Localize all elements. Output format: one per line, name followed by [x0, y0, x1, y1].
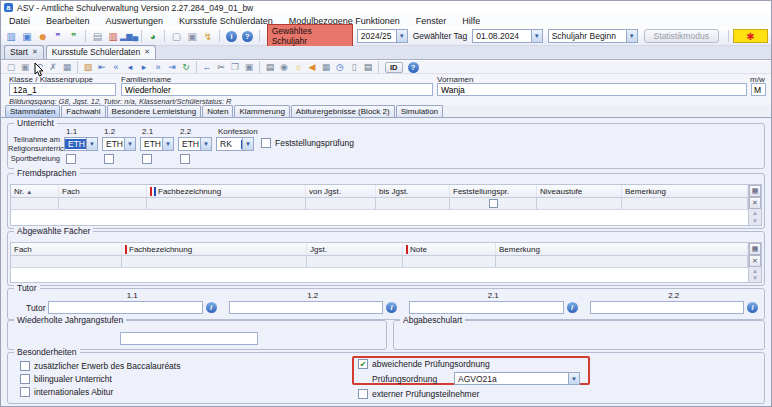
notes-icon[interactable]: ▯ [347, 61, 361, 73]
internationales-abitur-option[interactable]: internationales Abitur [20, 387, 113, 399]
clear-filter-icon[interactable]: ✕ [749, 197, 761, 209]
help-icon[interactable]: ? [408, 62, 419, 73]
externer-pruefungsteilnehmer-checkbox[interactable] [358, 389, 368, 399]
print-list-icon[interactable]: ▤ [361, 61, 375, 73]
filter-cell[interactable] [537, 198, 622, 209]
screen-red-icon[interactable]: ▥ [106, 29, 121, 43]
col-niveaustufe[interactable]: Niveaustufe [537, 185, 622, 197]
abgewaehlte-table-body[interactable] [11, 268, 748, 282]
term-select[interactable]: Schuljahr Beginn ▼ [548, 29, 638, 43]
col-von-jgst[interactable]: von Jgst. [306, 185, 376, 197]
vertical-scrollbar[interactable]: ▲▼ [749, 209, 761, 225]
table-icon[interactable]: ▦ [319, 61, 333, 73]
bilingual-checkbox[interactable] [20, 374, 30, 384]
filter-cell[interactable] [11, 198, 59, 209]
filter-cell[interactable] [59, 198, 147, 209]
prev-page-icon[interactable]: « [109, 61, 123, 73]
menu-fenster[interactable]: Fenster [408, 14, 455, 27]
baccalaureat-option[interactable]: zusätzlicher Erwerb des Baccalauréats [20, 361, 180, 373]
copy-icon[interactable]: ❐ [228, 61, 242, 73]
info-icon[interactable]: i [386, 302, 397, 313]
tutor-field-12[interactable] [229, 301, 384, 314]
save-record-icon[interactable]: ▦ [60, 61, 74, 73]
print-icon[interactable]: ▤ [263, 61, 277, 73]
info-icon[interactable]: i [747, 302, 758, 313]
col-bis-jgst[interactable]: bis Jgst. [376, 185, 450, 197]
col-fach[interactable]: Fach [59, 185, 147, 197]
delete-record-icon[interactable]: ✗ [46, 61, 60, 73]
first-record-icon[interactable]: ⇤ [95, 61, 109, 73]
filter-cell[interactable] [307, 256, 403, 267]
monitor-icon[interactable]: ▣ [20, 29, 35, 43]
col-nr[interactable]: Nr.▲ [11, 185, 59, 197]
filter-cell[interactable] [306, 198, 376, 209]
tab-kursstufe-schuelerdaten[interactable]: Kursstufe Schülerdaten ✕ [46, 45, 156, 59]
menu-bearbeiten[interactable]: Bearbeiten [38, 14, 98, 27]
col-fachbezeichnung[interactable]: Fachbezeichnung [122, 243, 307, 255]
filter-cell[interactable] [122, 256, 307, 267]
bilingual-option[interactable]: bilingualer Unterricht [20, 374, 112, 386]
sportbefreiung-checkbox-21[interactable] [142, 154, 152, 164]
baccalaureat-checkbox[interactable] [20, 361, 30, 371]
pie-chart-icon[interactable]: ◕ [146, 29, 161, 43]
info-icon[interactable]: i [567, 302, 578, 313]
religion-select-11[interactable]: ETH ▼ [64, 137, 98, 151]
scroll-down-icon[interactable]: ▼ [752, 275, 758, 281]
statistics-mode-button[interactable]: Statistikmodus [644, 29, 719, 43]
menu-auswertungen[interactable]: Auswertungen [98, 14, 172, 27]
vertical-scrollbar[interactable]: ▲▼ [749, 267, 761, 282]
filter-cell[interactable] [403, 256, 496, 267]
flash-icon[interactable]: ↯ [201, 29, 216, 43]
paste-icon[interactable]: ▣ [242, 61, 256, 73]
col-feststellungspr[interactable]: Feststellungspr. [450, 185, 537, 197]
col-fach[interactable]: Fach [11, 243, 122, 255]
info-icon[interactable]: i [226, 31, 237, 42]
pruefungsordnung-select[interactable]: AGVO21a ▼ [454, 372, 580, 385]
tutor-field-21[interactable] [409, 301, 564, 314]
chat-purple-icon[interactable]: ❞ [51, 29, 66, 43]
clear-filter-icon[interactable]: ✕ [749, 255, 761, 267]
close-icon[interactable]: ✕ [144, 48, 150, 56]
lamp-icon[interactable]: ☼ [291, 61, 305, 73]
abweichende-checkbox[interactable] [358, 359, 368, 369]
tab-fachwahl[interactable]: Fachwahl [61, 105, 105, 117]
chevron-down-icon[interactable]: ▼ [200, 138, 211, 150]
religion-select-22[interactable]: ETH ▼ [178, 137, 212, 151]
chevron-down-icon[interactable]: ▼ [242, 138, 253, 150]
next-page-icon[interactable]: » [151, 61, 165, 73]
chevron-down-icon[interactable]: ▼ [162, 138, 173, 150]
menu-datei[interactable]: Datei [1, 14, 38, 27]
window-icon[interactable]: ▢ [169, 29, 184, 43]
firstname-field[interactable] [437, 83, 747, 96]
sportbefreiung-checkbox-11[interactable] [66, 154, 76, 164]
filter-cell-checkbox[interactable] [450, 198, 537, 209]
close-icon[interactable]: ✕ [32, 48, 38, 56]
sportbefreiung-checkbox-12[interactable] [104, 154, 114, 164]
new-record-icon[interactable]: ▢ [4, 61, 18, 73]
window-flash-icon[interactable]: ▣ [185, 29, 200, 43]
schoolyear-select[interactable]: 2024/25 ▼ [357, 29, 408, 43]
tutor-field-11[interactable] [48, 301, 203, 314]
table-config-icon[interactable]: ▦ [749, 243, 761, 255]
back-icon[interactable]: ← [200, 61, 214, 73]
chevron-down-icon[interactable]: ▼ [124, 138, 135, 150]
tab-noten[interactable]: Noten [202, 105, 233, 117]
chevron-down-icon[interactable]: ▼ [86, 138, 97, 150]
prev-record-icon[interactable]: ◂ [123, 61, 137, 73]
tutor-field-22[interactable] [590, 301, 745, 314]
col-bemerkung[interactable]: Bemerkung [496, 243, 748, 255]
day-select[interactable]: 01.08.2024 ▼ [472, 29, 542, 43]
fremdsprachen-table-body[interactable] [11, 210, 748, 225]
sportbefreiung-checkbox-22[interactable] [180, 154, 190, 164]
filter-cell[interactable] [147, 198, 306, 209]
religion-select-21[interactable]: ETH ▼ [140, 137, 174, 151]
cut-icon[interactable]: ✂ [214, 61, 228, 73]
tab-stammdaten[interactable]: Stammdaten [5, 105, 60, 117]
feststellungspruefung-checkbox[interactable] [261, 138, 271, 148]
folder-icon[interactable]: ▨ [81, 61, 95, 73]
report-icon[interactable]: ▤ [90, 29, 105, 43]
col-fachbezeichnung[interactable]: Fachbezeichnung [147, 185, 306, 197]
col-note[interactable]: Note [403, 243, 496, 255]
refresh-icon[interactable]: ↻ [179, 61, 193, 73]
class-field[interactable] [9, 83, 116, 96]
